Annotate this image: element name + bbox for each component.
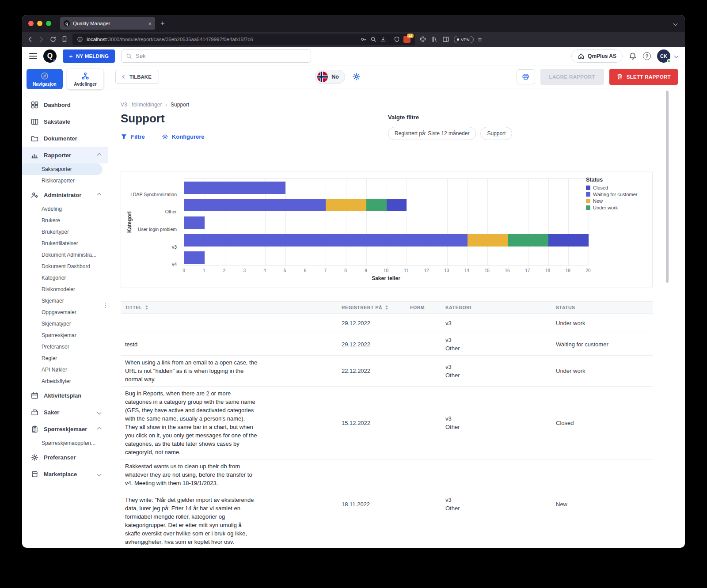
- bookmark-icon[interactable]: [61, 36, 68, 43]
- browser-tab[interactable]: Q Quality Manager ×: [60, 17, 155, 30]
- table-row[interactable]: When using a link from an email to a ope…: [121, 356, 653, 387]
- sidebar-subitem-skjematyper[interactable]: Skjematyper: [22, 318, 108, 330]
- save-report-button[interactable]: LAGRE RAPPORT: [540, 69, 604, 85]
- tab-close-icon[interactable]: ×: [148, 20, 152, 27]
- print-button[interactable]: [517, 69, 535, 84]
- sidebar-subitem-sp-rreskjemaoppf-ri[interactable]: Spørreskjemaoppføri...: [22, 437, 108, 449]
- sidebar-item-dashbord[interactable]: Dashbord: [22, 96, 108, 113]
- forward-icon[interactable]: [38, 36, 45, 43]
- sidebar-item-rapporter[interactable]: Rapporter: [22, 147, 108, 163]
- sidebar-subitem-arbeidsflyter[interactable]: Arbeidsflyter: [22, 376, 108, 387]
- sidebar-subitem-brukertillatelser[interactable]: Brukertillatelser: [22, 238, 108, 249]
- table-row[interactable]: 29.12.2022v3Under work: [121, 314, 653, 333]
- back-button[interactable]: TILBAKE: [115, 70, 159, 84]
- sort-icon[interactable]: [385, 305, 388, 310]
- bar-segment-under-work[interactable]: [366, 199, 387, 211]
- bar-segment-waiting-for-customer[interactable]: [184, 251, 205, 264]
- sidebar-subitem-sp-rreskjemar[interactable]: Spørreskjemar: [22, 330, 108, 341]
- help-icon[interactable]: ?: [643, 52, 651, 60]
- language-selector[interactable]: No: [315, 70, 345, 84]
- bar-segment-under-work[interactable]: [508, 234, 548, 247]
- delete-report-button[interactable]: SLETT RAPPORT: [609, 69, 678, 85]
- reload-icon[interactable]: [49, 36, 57, 43]
- app-logo[interactable]: Q: [43, 49, 57, 63]
- sidebar-subitem-risikoraporter[interactable]: Risikoraporter: [22, 175, 108, 186]
- new-message-button[interactable]: +NY MELDING: [63, 49, 115, 63]
- bar-segment-closed[interactable]: [387, 199, 407, 211]
- sidebar-subitem-regler[interactable]: Regler: [22, 353, 108, 364]
- table-row[interactable]: testd29.12.2022v3OtherWaiting for custom…: [121, 333, 653, 356]
- sidebar-subitem-preferanser[interactable]: Preferanser: [22, 341, 108, 353]
- table-row[interactable]: Rakkestad wants us to clean up their db …: [121, 459, 653, 548]
- extension-lion-icon[interactable]: 12: [403, 36, 411, 43]
- close-window-button[interactable]: [28, 21, 34, 26]
- sidebar-item-administrator[interactable]: Administrator: [22, 186, 108, 203]
- filters-link[interactable]: Filtre: [121, 133, 145, 140]
- sidebar-panel-icon[interactable]: [442, 36, 449, 43]
- sidebar-resize-handle[interactable]: ⋮: [102, 304, 108, 307]
- sidebar-item-sp-rreskjemaer[interactable]: Spørreskjemaer: [22, 421, 108, 437]
- sidebar-subitem-dokument-dashbord[interactable]: Dokument Dashbord: [22, 261, 108, 272]
- url-bar[interactable]: localhost:3000/module/report/case/35eb20…: [72, 34, 415, 45]
- organization-button[interactable]: QmPlus AS: [571, 49, 623, 63]
- sidebar-tab-navigasjon[interactable]: Navigasjon: [27, 69, 63, 89]
- scrollbar-thumb[interactable]: [666, 91, 669, 283]
- bar-segment-waiting-for-customer[interactable]: [184, 234, 468, 247]
- sidebar-item-sakstavle[interactable]: Sakstavle: [22, 113, 108, 130]
- bar-segment-waiting-for-customer[interactable]: [184, 216, 205, 229]
- shield-icon[interactable]: [394, 36, 400, 42]
- sidebar-subitem-avdeling[interactable]: Avdeling: [22, 203, 108, 215]
- sidebar-subitem-saksraporter[interactable]: Saksraporter: [22, 163, 103, 175]
- app-menu-icon[interactable]: [29, 53, 37, 59]
- download-page-icon[interactable]: [380, 36, 386, 42]
- site-info-icon[interactable]: [77, 36, 83, 42]
- sort-icon[interactable]: [145, 305, 148, 310]
- sidebar-subitem-dokument-administra[interactable]: Dokument Administra...: [22, 249, 108, 261]
- bar-segment-waiting-for-customer[interactable]: [184, 182, 285, 194]
- account-chevron-down-icon[interactable]: [674, 54, 679, 58]
- sidebar-subitem-skjemaer[interactable]: Skjemaer: [22, 295, 108, 307]
- bar-segment-new[interactable]: [468, 234, 508, 247]
- configure-link[interactable]: Konfigurere: [162, 133, 205, 140]
- sidebar-item-saker[interactable]: Saker: [22, 404, 108, 421]
- sidebar-item-preferanser[interactable]: Preferanser: [22, 449, 108, 466]
- library-icon[interactable]: [431, 36, 438, 43]
- list-tabs-chevron-icon[interactable]: [673, 21, 678, 26]
- sidebar-subitem-risikomodeler[interactable]: Risikomodeler: [22, 284, 108, 295]
- sidebar-item-marketplace[interactable]: Marketplace: [22, 466, 108, 482]
- search-box[interactable]: [121, 49, 311, 63]
- bar-segment-new[interactable]: [326, 199, 366, 211]
- back-icon[interactable]: [27, 36, 34, 43]
- new-tab-button[interactable]: +: [160, 19, 165, 28]
- avatar[interactable]: CK: [657, 49, 670, 63]
- notifications-bell-icon[interactable]: [629, 52, 637, 60]
- sidebar-item-dokumenter[interactable]: Dokumenter: [22, 130, 108, 147]
- table-row[interactable]: Bug in Reports, when there are 2 or more…: [121, 387, 653, 459]
- zoom-window-button[interactable]: [46, 21, 51, 26]
- legend-swatch: [586, 186, 590, 190]
- filter-chip[interactable]: Support: [480, 127, 512, 140]
- filter-chip[interactable]: Registrert på: Siste 12 måneder: [388, 127, 476, 140]
- sidebar-subitem-brukere[interactable]: Brukere: [22, 215, 108, 226]
- browser-menu-icon[interactable]: ≡: [478, 36, 483, 43]
- sidebar-item-aktivitetsplan[interactable]: Aktivitetsplan: [22, 387, 108, 404]
- minimize-window-button[interactable]: [37, 21, 42, 26]
- url-search-icon[interactable]: [370, 36, 376, 42]
- vpn-indicator[interactable]: VPN: [454, 36, 474, 43]
- sidebar-subitem-brukertyper[interactable]: Brukertyper: [22, 226, 108, 238]
- password-key-icon[interactable]: [361, 36, 367, 42]
- sidebar-tab-avdelinger[interactable]: Avdelinger: [67, 69, 103, 89]
- sidebar-subitem-kategorier[interactable]: Kategorier: [22, 272, 108, 284]
- column-header-registrert-p[interactable]: REGISTRERT PÅ: [337, 302, 406, 313]
- sidebar-subitem-oppgavemaler[interactable]: Oppgavemaler: [22, 307, 108, 318]
- sidebar-subitem-label: Arbeidsflyter: [42, 378, 71, 384]
- report-settings-gear-icon[interactable]: [352, 72, 361, 81]
- column-header-tittel[interactable]: TITTEL: [121, 302, 337, 313]
- bar-segment-closed[interactable]: [548, 234, 589, 247]
- extensions-puzzle-icon[interactable]: [419, 36, 426, 43]
- x-tick: 12: [424, 268, 429, 273]
- bar-segment-waiting-for-customer[interactable]: [184, 199, 326, 211]
- breadcrumb-parent[interactable]: V3 - feilmeldinger: [121, 102, 162, 108]
- sidebar-subitem-api-n-kler[interactable]: API Nøkler: [22, 364, 108, 376]
- search-input[interactable]: [136, 53, 306, 59]
